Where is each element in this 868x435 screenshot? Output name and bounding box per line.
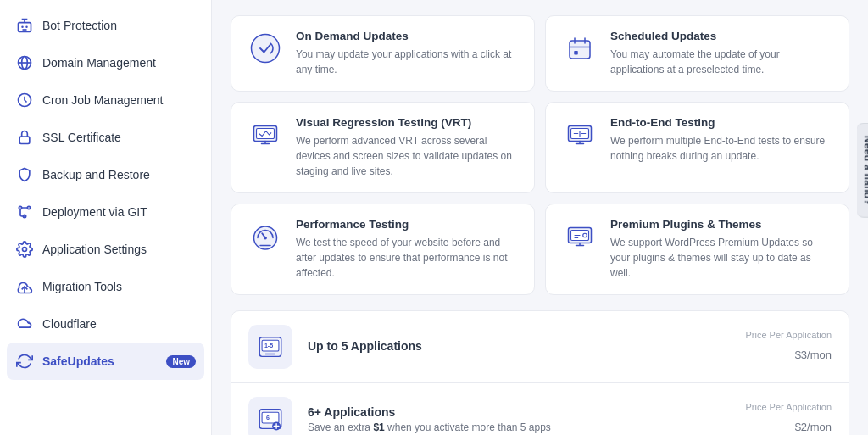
- card-description: You may update your applications with a …: [296, 47, 519, 77]
- sidebar-item-ssl[interactable]: SSL Certificate: [0, 119, 211, 156]
- scheduled-updates-icon: [561, 30, 598, 67]
- sidebar-item-label: SafeUpdates: [42, 354, 114, 368]
- sidebar-item-label: Domain Management: [42, 56, 156, 70]
- svg-point-2: [25, 25, 28, 28]
- card-content-perf: Performance Testing We test the speed of…: [296, 218, 519, 281]
- sidebar: Bot Protection Domain Management Cron Jo…: [0, 0, 212, 435]
- sidebar-item-cron-job[interactable]: Cron Job Management: [0, 81, 211, 119]
- sidebar-item-label: Bot Protection: [42, 19, 117, 32]
- clock-icon: [15, 91, 34, 109]
- pricing-row-6-plus: 6 6+ Applications Save an extra $1 when …: [231, 382, 849, 435]
- pricing-info-6-plus: 6+ Applications Save an extra $1 when yo…: [308, 405, 731, 433]
- svg-rect-15: [574, 51, 578, 55]
- price-period: /mon: [807, 421, 832, 433]
- plugins-icon: [561, 218, 598, 255]
- card-content-scheduled: Scheduled Updates You may automate the u…: [610, 30, 833, 77]
- pricing-description: Save an extra $1 when you activate more …: [308, 421, 731, 433]
- performance-icon: [247, 218, 284, 255]
- new-badge: New: [166, 355, 196, 368]
- card-content-premium: Premium Plugins & Themes We support Word…: [610, 218, 833, 281]
- pricing-savings: $1: [373, 421, 384, 433]
- sidebar-item-safeupdates[interactable]: SafeUpdates New: [7, 343, 204, 380]
- pricing-badge-1-5: 1-5: [248, 325, 292, 369]
- pricing-amount: $3/mon: [746, 342, 832, 364]
- end-to-end-icon: [561, 116, 598, 153]
- shield-icon: [15, 165, 34, 184]
- vrt-icon: [247, 116, 284, 153]
- sidebar-item-label: Cloudflare: [42, 317, 97, 331]
- sidebar-item-bot-protection[interactable]: Bot Protection: [0, 7, 211, 44]
- sidebar-item-label: Cron Job Management: [42, 93, 163, 107]
- sidebar-item-label: Deployment via GIT: [42, 205, 147, 219]
- svg-rect-14: [570, 41, 590, 59]
- sidebar-item-deployment-git[interactable]: Deployment via GIT: [0, 193, 211, 231]
- refresh-icon: [15, 352, 34, 371]
- card-title: On Demand Updates: [296, 30, 519, 42]
- svg-point-21: [264, 237, 267, 240]
- globe-icon: [15, 53, 34, 72]
- card-title: Visual Regression Testing (VRT): [296, 116, 519, 129]
- svg-rect-0: [19, 23, 31, 32]
- pricing-section: 1-5 Up to 5 Applications Price Per Appli…: [231, 310, 849, 435]
- card-content-vrt: Visual Regression Testing (VRT) We perfo…: [296, 116, 519, 179]
- price-period: /mon: [807, 349, 832, 361]
- svg-rect-29: [262, 412, 279, 423]
- card-title: Performance Testing: [296, 218, 519, 231]
- pricing-title: 6+ Applications: [308, 405, 731, 419]
- card-premium-plugins: Premium Plugins & Themes We support Word…: [545, 204, 849, 295]
- pricing-price-label: Price Per Application: [746, 330, 832, 340]
- sidebar-item-cloudflare[interactable]: Cloudflare: [0, 305, 211, 343]
- svg-rect-7: [19, 137, 30, 143]
- pricing-amount: $2/mon: [746, 414, 832, 435]
- cloud-icon: [15, 315, 34, 333]
- pricing-price-label: Price Per Application: [746, 402, 832, 412]
- price-value: $2: [795, 421, 807, 433]
- pricing-info-1-5: Up to 5 Applications: [308, 339, 731, 355]
- need-a-hand-tab[interactable]: Need a hand?: [857, 122, 869, 217]
- cloud-upload-icon: [15, 277, 34, 296]
- svg-text:6: 6: [266, 415, 270, 421]
- sidebar-item-migration-tools[interactable]: Migration Tools: [0, 268, 211, 305]
- on-demand-updates-icon: [247, 30, 284, 67]
- card-end-to-end: End-to-End Testing We perform multiple E…: [545, 102, 849, 193]
- lock-icon: [15, 128, 34, 147]
- sidebar-item-label: Migration Tools: [42, 280, 122, 293]
- gear-icon: [15, 240, 34, 259]
- pricing-price-1-5: Price Per Application $3/mon: [746, 330, 832, 364]
- svg-point-13: [252, 35, 280, 63]
- sidebar-item-app-settings[interactable]: Application Settings: [0, 231, 211, 268]
- card-scheduled-updates: Scheduled Updates You may automate the u…: [545, 15, 849, 92]
- sidebar-item-label: Backup and Restore: [42, 168, 150, 181]
- card-description: We test the speed of your website before…: [296, 235, 519, 281]
- bot-icon: [15, 16, 34, 35]
- pricing-price-6-plus: Price Per Application $2/mon: [746, 402, 832, 435]
- price-value: $3: [795, 349, 807, 361]
- card-performance-testing: Performance Testing We test the speed of…: [231, 204, 535, 295]
- card-content-on-demand: On Demand Updates You may update your ap…: [296, 30, 519, 77]
- svg-point-1: [21, 25, 24, 28]
- sidebar-item-label: Application Settings: [42, 243, 147, 256]
- card-on-demand-updates: On Demand Updates You may update your ap…: [231, 15, 535, 92]
- pricing-row-1-5: 1-5 Up to 5 Applications Price Per Appli…: [231, 311, 849, 382]
- sidebar-item-backup-restore[interactable]: Backup and Restore: [0, 156, 211, 193]
- svg-text:1-5: 1-5: [264, 343, 273, 349]
- sidebar-item-label: SSL Certificate: [42, 131, 121, 144]
- svg-point-11: [23, 248, 27, 252]
- svg-point-8: [19, 206, 21, 209]
- card-title: End-to-End Testing: [610, 116, 833, 129]
- feature-cards-grid: On Demand Updates You may update your ap…: [231, 15, 849, 295]
- svg-point-9: [27, 206, 30, 209]
- pricing-badge-6-plus: 6: [248, 397, 292, 435]
- card-description: You may automate the update of your appl…: [610, 47, 833, 77]
- card-description: We perform multiple End-to-End tests to …: [610, 133, 833, 164]
- card-description: We perform advanced VRT across several d…: [296, 133, 519, 179]
- card-vrt: Visual Regression Testing (VRT) We perfo…: [231, 102, 535, 193]
- card-description: We support WordPress Premium Updates so …: [610, 235, 833, 281]
- card-content-e2e: End-to-End Testing We perform multiple E…: [610, 116, 833, 164]
- card-title: Scheduled Updates: [610, 30, 833, 42]
- main-content: On Demand Updates You may update your ap…: [212, 0, 868, 435]
- card-title: Premium Plugins & Themes: [610, 218, 833, 231]
- sidebar-item-domain-management[interactable]: Domain Management: [0, 44, 211, 81]
- git-icon: [15, 203, 34, 221]
- pricing-title: Up to 5 Applications: [308, 339, 731, 353]
